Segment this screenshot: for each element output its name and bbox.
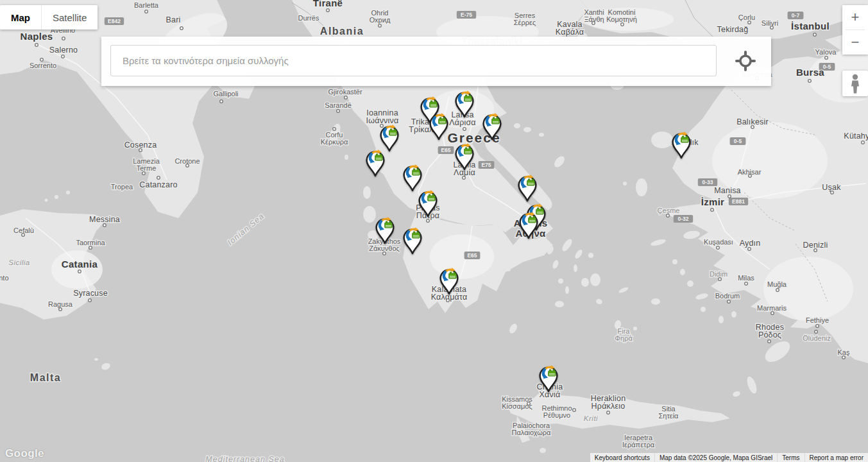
map-label: Taormina [76, 239, 105, 246]
road-shield-label: 0-7 [792, 12, 800, 19]
map-label: Tropea [111, 183, 133, 191]
map-label: Bodrum [715, 292, 740, 300]
map-view-button[interactable]: Map [0, 5, 41, 30]
map-label: Didim [710, 270, 728, 278]
map-label: Syracuse [73, 289, 108, 298]
report-map-error-link[interactable]: Report a map error [804, 453, 868, 462]
road-shield-label: E-75 [461, 12, 472, 18]
road-shield-label: E842 [108, 18, 121, 24]
map-label-secondary: Охрид [370, 16, 391, 24]
map-label: Marmaris [757, 304, 787, 312]
map-label: Barletta [134, 1, 159, 9]
map-label: Milas [738, 274, 754, 282]
satellite-view-button[interactable]: Satellite [41, 5, 98, 30]
map-type-control: Map Satellite [0, 5, 98, 30]
road-shield-label: 0-32 [677, 216, 688, 222]
map-label: Naples [21, 31, 53, 42]
map-label-secondary: Φηρά [615, 334, 633, 342]
map-label: Catanzaro [139, 180, 177, 189]
map-label: Cefalù [13, 227, 34, 234]
map-label: Aydın [740, 239, 761, 248]
map-label-secondary: Ρόδος [758, 330, 781, 339]
road-shield-label: 0-33 [702, 179, 713, 185]
map-label-secondary: Σέρρες [514, 19, 536, 26]
map-label: Gallipoli [213, 90, 238, 98]
road-shield-label: E75 [481, 162, 491, 168]
map-label: Gjirokastër [328, 88, 362, 96]
map-label: Fethiye [806, 316, 829, 324]
geolocate-button[interactable] [734, 49, 757, 73]
map-label: Agrigento [0, 274, 9, 282]
map-label: Kaş [838, 348, 850, 356]
map-label: Kuşadası [704, 238, 733, 246]
map-label-secondary: Κομοτηνή [606, 15, 637, 23]
map-label: Tiranë [313, 0, 343, 8]
zoom-control: + − [842, 5, 868, 55]
map-label: Mediterranean Sea [205, 455, 284, 462]
street-view-pegman-icon [842, 71, 868, 96]
map-label: Bari [166, 15, 180, 24]
map-label: Albania [320, 26, 364, 37]
crosshair-target-icon [734, 49, 757, 73]
search-input[interactable] [110, 45, 717, 76]
map-label-secondary: Λάρισα [449, 118, 476, 127]
map-label: Silivri [762, 19, 778, 27]
map-label: Sicilia [8, 259, 30, 266]
map-label: Malta [30, 372, 61, 383]
map-label: Yalova [815, 48, 837, 56]
terms-link[interactable]: Terms [777, 453, 804, 462]
google-logo: Google [5, 447, 44, 460]
map-label: Salerno [49, 46, 78, 55]
map-label: Sarandë [325, 101, 352, 109]
map-label-secondary: Καβάλα [556, 28, 584, 37]
map-label: Çorlu [738, 13, 755, 21]
road-shield-label: E65 [467, 252, 477, 259]
map-label-secondary: Ρέθυμνο [543, 411, 570, 419]
map-label: Ragusa [48, 300, 73, 308]
map-label: Tekirdağ [717, 25, 749, 34]
map-label: Bursa [796, 67, 824, 78]
zoom-out-button[interactable]: − [842, 30, 868, 55]
map-label: Catania [62, 259, 98, 270]
map-canvas[interactable]: E842E-750-70-5E65E75E650-50-33E8810-32 B… [0, 0, 868, 462]
keyboard-shortcuts-link[interactable]: Keyboard shortcuts [590, 453, 654, 462]
map-label: Messina [89, 215, 120, 224]
map-label: İstanbul [791, 21, 830, 31]
map-label-secondary: Ιεράπετρα [622, 441, 655, 449]
road-shield-label: E881 [732, 198, 745, 205]
pegman-button[interactable] [842, 71, 868, 96]
map-label-secondary: Ηράκλειο [591, 402, 625, 411]
map-label-secondary: Ζάκυνθος [369, 244, 400, 252]
map-label: Muğla [767, 280, 787, 288]
attribution-bar: Keyboard shortcuts Map data ©2025 Google… [590, 453, 868, 462]
road-shield-label: 0-5 [734, 138, 742, 144]
map-label: Durrës [298, 14, 319, 22]
map-label: Kütahya [844, 132, 868, 141]
map-label: Ölüdeniz [803, 334, 830, 342]
search-panel [101, 37, 771, 86]
map-label: Manisa [714, 186, 741, 195]
road-shield-label: E65 [441, 147, 450, 153]
map-label-secondary: Κέρκυρα [321, 138, 348, 146]
map-label: Kriti [584, 415, 598, 422]
map-label-secondary: Παλαιοχώρα [512, 429, 552, 436]
map-label: Çeşme [658, 207, 680, 214]
zoom-in-button[interactable]: + [842, 5, 868, 30]
map-label-secondary: Terme [137, 164, 157, 172]
map-data-copyright: Map data ©2025 Google, Mapa GISrael [654, 453, 777, 462]
map-label: Sorrento [30, 62, 56, 69]
map-label-secondary: Χανιά [540, 390, 561, 399]
map-label-secondary: Σητεία [659, 412, 679, 420]
map-label: İzmir [701, 196, 725, 207]
